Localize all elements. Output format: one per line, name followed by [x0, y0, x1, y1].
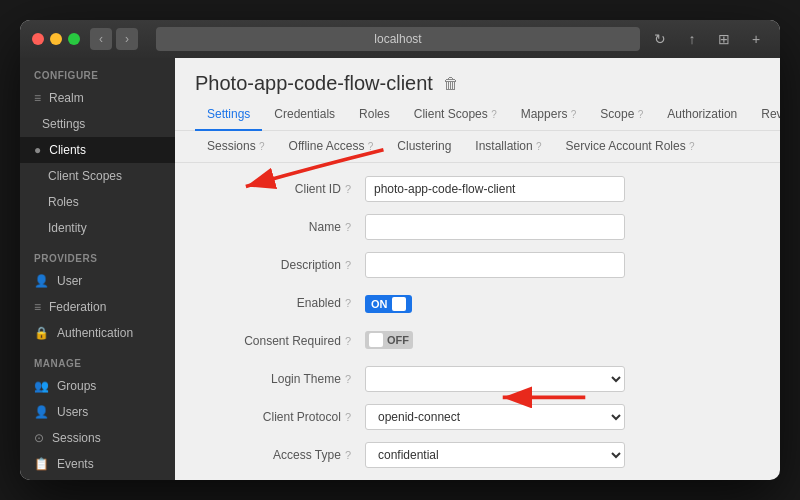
login-theme-row: Login Theme ? — [195, 365, 760, 393]
client-protocol-label-text: Client Protocol — [263, 410, 341, 424]
sidebar-item-users[interactable]: 👤 Users — [20, 399, 175, 425]
name-question: ? — [345, 221, 351, 233]
consent-row: Consent Required ? OFF — [195, 327, 760, 355]
url-text: localhost — [374, 32, 421, 46]
description-label: Description ? — [195, 258, 365, 272]
standard-flow-label-text: Standard FlowEnabled — [264, 479, 341, 480]
page-title: Photo-app-code-flow-client — [195, 72, 433, 95]
maximize-button[interactable] — [68, 33, 80, 45]
client-id-control — [365, 176, 760, 202]
sidebar-item-auth-label: Authentication — [57, 326, 133, 340]
sidebar-item-realm-label: Realm — [49, 91, 84, 105]
login-theme-label: Login Theme ? — [195, 372, 365, 386]
address-bar[interactable]: localhost — [156, 27, 640, 51]
delete-icon[interactable]: 🗑 — [443, 75, 459, 93]
sidebar-item-client-scopes-label: Client Scopes — [48, 169, 122, 183]
tab-offline-access[interactable]: Offline Access ? — [277, 131, 386, 163]
sidebar-item-sessions[interactable]: ⊙ Sessions — [20, 425, 175, 451]
main-header: Photo-app-code-flow-client 🗑 — [175, 58, 780, 95]
sidebar-item-realm[interactable]: ≡ Realm — [20, 85, 175, 111]
tab-offline-access-label: Offline Access ? — [289, 139, 374, 153]
sidebar-item-roles-label: Roles — [48, 195, 79, 209]
app-window: ‹ › localhost ↻ ↑ ⊞ + Configure ≡ Realm — [20, 20, 780, 480]
tab-scope[interactable]: Scope ? — [588, 99, 655, 131]
tab-installation-label: Installation ? — [475, 139, 541, 153]
tab-roles-label: Roles — [359, 107, 390, 121]
tabs-button[interactable]: ⊞ — [712, 27, 736, 51]
sessions-question: ? — [259, 141, 265, 152]
access-type-label: Access Type ? — [195, 448, 365, 462]
sidebar-item-federation[interactable]: ≡ Federation — [20, 294, 175, 320]
client-protocol-select[interactable]: openid-connect saml — [365, 404, 625, 430]
sidebar-item-roles[interactable]: Roles — [20, 189, 175, 215]
window-page: Configure ≡ Realm Settings ● Clients Cli… — [20, 58, 780, 480]
tab-authorization-label: Authorization — [667, 107, 737, 121]
enabled-toggle[interactable]: ON — [365, 295, 412, 313]
login-theme-select[interactable] — [365, 366, 625, 392]
clients-icon: ● — [34, 143, 41, 157]
tab-mappers[interactable]: Mappers ? — [509, 99, 589, 131]
enabled-label: Enabled ? — [195, 296, 365, 310]
sidebar-item-user[interactable]: 👤 User — [20, 268, 175, 294]
tab-settings[interactable]: Settings — [195, 99, 262, 131]
realm-icon: ≡ — [34, 91, 41, 105]
sar-question: ? — [689, 141, 695, 152]
tab-settings-label: Settings — [207, 107, 250, 121]
minimize-button[interactable] — [50, 33, 62, 45]
sidebar-item-events[interactable]: 📋 Events — [20, 451, 175, 477]
consent-label-text: Consent Required — [244, 334, 341, 348]
settings-form: Client ID ? Name ? — [175, 163, 780, 480]
sidebar-item-identity[interactable]: Identity — [20, 215, 175, 241]
tab-client-scopes[interactable]: Client Scopes ? — [402, 99, 509, 131]
sidebar: Configure ≡ Realm Settings ● Clients Cli… — [20, 58, 175, 480]
consent-label: Consent Required ? — [195, 334, 365, 348]
tabs-row2: Sessions ? Offline Access ? Clustering I… — [175, 131, 780, 163]
tab-installation[interactable]: Installation ? — [463, 131, 553, 163]
back-button[interactable]: ‹ — [90, 28, 112, 50]
tab-service-account-roles[interactable]: Service Account Roles ? — [554, 131, 707, 163]
tab-clustering-label: Clustering — [397, 139, 451, 153]
enabled-label-text: Enabled — [297, 296, 341, 310]
access-type-select[interactable]: confidential public bearer-only — [365, 442, 625, 468]
scope-question: ? — [638, 109, 644, 120]
tab-sessions[interactable]: Sessions ? — [195, 131, 277, 163]
tab-roles[interactable]: Roles — [347, 99, 402, 131]
sidebar-item-client-scopes[interactable]: Client Scopes — [20, 163, 175, 189]
description-input[interactable] — [365, 252, 625, 278]
configure-section-label: Configure — [20, 58, 175, 85]
consent-toggle[interactable]: OFF — [365, 331, 413, 349]
client-id-input[interactable] — [365, 176, 625, 202]
tab-credentials[interactable]: Credentials — [262, 99, 347, 131]
enabled-question: ? — [345, 297, 351, 309]
sidebar-item-groups[interactable]: 👥 Groups — [20, 373, 175, 399]
sidebar-item-clients-label: Clients — [49, 143, 86, 157]
sidebar-item-clients[interactable]: ● Clients — [20, 137, 175, 163]
forward-button[interactable]: › — [116, 28, 138, 50]
sidebar-item-groups-label: Groups — [57, 379, 96, 393]
tab-clustering[interactable]: Clustering — [385, 131, 463, 163]
access-type-label-text: Access Type — [273, 448, 341, 462]
installation-question: ? — [536, 141, 542, 152]
add-tab-button[interactable]: + — [744, 27, 768, 51]
titlebar: ‹ › localhost ↻ ↑ ⊞ + — [20, 20, 780, 58]
reload-button[interactable]: ↻ — [648, 27, 672, 51]
share-button[interactable]: ↑ — [680, 27, 704, 51]
consent-toggle-knob — [369, 333, 383, 347]
tab-mappers-label: Mappers ? — [521, 107, 577, 121]
auth-icon: 🔒 — [34, 326, 49, 340]
description-row: Description ? — [195, 251, 760, 279]
client-protocol-row: Client Protocol ? openid-connect saml — [195, 403, 760, 431]
enabled-control: ON — [365, 294, 760, 313]
sidebar-item-settings[interactable]: Settings — [20, 111, 175, 137]
standard-flow-row: Standard FlowEnabled ? ON — [195, 479, 760, 480]
sidebar-item-authentication[interactable]: 🔒 Authentication — [20, 320, 175, 346]
client-id-label: Client ID ? — [195, 182, 365, 196]
name-input[interactable] — [365, 214, 625, 240]
client-protocol-label: Client Protocol ? — [195, 410, 365, 424]
client-protocol-question: ? — [345, 411, 351, 423]
federation-icon: ≡ — [34, 300, 41, 314]
tab-authorization[interactable]: Authorization — [655, 99, 749, 131]
client-scopes-question: ? — [491, 109, 497, 120]
tab-revocation[interactable]: Revocation — [749, 99, 780, 131]
close-button[interactable] — [32, 33, 44, 45]
